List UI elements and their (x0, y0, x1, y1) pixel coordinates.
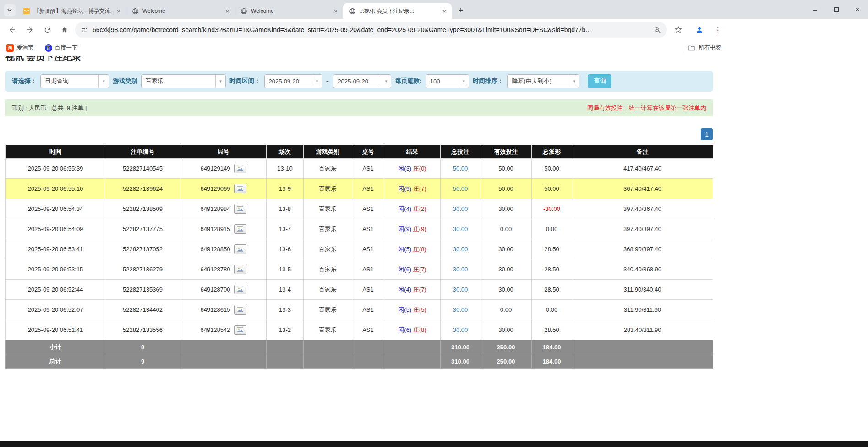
page-button[interactable]: 1 (701, 128, 713, 140)
session-cell: 13-6 (267, 239, 304, 259)
round-image-button[interactable] (234, 204, 246, 214)
tab-close-icon[interactable]: × (115, 7, 122, 15)
round-cell: 649128615 (180, 300, 267, 320)
url-bar[interactable]: 66cxkj98.com/game/betrecord_search/kind3… (75, 22, 667, 38)
browser-tab[interactable]: Welcome× (126, 3, 235, 19)
summary-left-text: 币别 : 人民币 | 总共 :9 注单 | (12, 104, 87, 112)
picture-icon (237, 247, 243, 252)
date-tilde: ~ (326, 78, 330, 85)
note-cell: 397.40/367.40 (572, 199, 713, 219)
summary-cell (180, 354, 267, 369)
close-button[interactable]: × (847, 0, 868, 19)
summary-right-text: 同局有效投注，统一计算在该局第一张注单内 (587, 104, 706, 112)
column-header: 总派彩 (532, 145, 572, 159)
filter-bar: 请选择： 日期查询 ▼ 游戏类别 百家乐 ▼ 时间区间： 2025-09-20 … (5, 71, 713, 92)
pagination: 1 (5, 128, 713, 140)
profile-icon (695, 25, 704, 34)
sort-select[interactable]: 降幂(由大到小) ▼ (507, 74, 579, 88)
time-cell: 2025-09-20 06:54:34 (6, 199, 105, 219)
tab-close-icon[interactable]: × (224, 7, 231, 15)
total-bet-cell[interactable]: 30.00 (441, 239, 480, 259)
profile-button[interactable] (692, 22, 707, 38)
bottom-bar (0, 441, 868, 447)
bookmark-item-baidu[interactable]: 百 百度一下 (45, 44, 78, 52)
payout-cell: 0.00 (532, 219, 572, 239)
valid-bet-cell: 30.00 (480, 239, 532, 259)
tab-close-icon[interactable]: × (332, 7, 339, 15)
session-cell: 13-2 (267, 320, 304, 340)
maximize-button[interactable] (826, 0, 847, 19)
valid-bet-cell: 30.00 (480, 259, 532, 280)
round-image-button[interactable] (234, 305, 246, 315)
browser-menu-button[interactable]: ⋮ (710, 22, 726, 38)
table-no-cell: AS1 (352, 280, 384, 300)
payout-cell: 28.50 (532, 259, 572, 280)
minimize-button[interactable]: – (805, 0, 826, 19)
new-tab-button[interactable]: + (454, 4, 467, 17)
table-no-cell: AS1 (352, 259, 384, 280)
forward-button[interactable] (22, 22, 38, 38)
total-bet-cell[interactable]: 30.00 (441, 300, 480, 320)
browser-tab-active[interactable]: :::视讯 会员下注纪录:::× (343, 3, 452, 19)
table-no-cell: AS1 (352, 239, 384, 259)
tab-bar: 【新提醒】海燕论坛 - 博学交流...×Welcome×Welcome×:::视… (0, 0, 868, 19)
back-button[interactable] (5, 22, 20, 38)
round-cell: 649128915 (180, 219, 267, 239)
round-image-button[interactable] (234, 224, 246, 234)
zoom-icon[interactable] (654, 26, 661, 34)
url-text[interactable]: 66cxkj98.com/game/betrecord_search/kind3… (93, 26, 649, 33)
game-type-cell: 百家乐 (304, 199, 352, 219)
round-image-button[interactable] (234, 244, 246, 254)
refresh-button[interactable] (39, 22, 55, 38)
session-cell: 13-10 (267, 159, 304, 179)
search-button[interactable]: 查询 (588, 74, 611, 88)
tab-search-button[interactable] (4, 4, 16, 16)
total-bet-cell[interactable]: 50.00 (441, 159, 480, 179)
date-start-select[interactable]: 2025-09-20 ▼ (264, 74, 322, 88)
total-bet-cell[interactable]: 30.00 (441, 280, 480, 300)
time-cell: 2025-09-20 06:52:07 (6, 300, 105, 320)
total-bet-cell[interactable]: 30.00 (441, 219, 480, 239)
total-bet-cell[interactable]: 30.00 (441, 320, 480, 340)
all-bookmarks-button[interactable]: 所有书签 (682, 44, 721, 52)
result-cell: 闲(4) 庄(2) (384, 199, 441, 219)
round-image-button[interactable] (234, 285, 246, 294)
home-button[interactable] (57, 22, 72, 38)
home-icon (60, 26, 69, 34)
table-row: 2025-09-20 06:52:44 522827135369 6491287… (6, 280, 713, 300)
round-image-button[interactable] (234, 325, 246, 335)
browser-tab[interactable]: Welcome× (235, 3, 343, 19)
tab-strip: 【新提醒】海燕论坛 - 博学交流...×Welcome×Welcome×:::视… (17, 3, 452, 19)
picture-icon (237, 226, 243, 232)
total-bet-cell[interactable]: 30.00 (441, 259, 480, 280)
query-type-select[interactable]: 日期查询 ▼ (40, 74, 109, 88)
total-bet-cell[interactable]: 30.00 (441, 199, 480, 219)
valid-bet-cell: 0.00 (480, 219, 532, 239)
total-valid-bet: 250.00 (480, 354, 532, 369)
round-image-button[interactable] (234, 265, 246, 274)
chevron-down-icon: ▼ (569, 75, 579, 88)
bookmark-star-button[interactable] (671, 22, 686, 38)
bookmark-item-taobao[interactable]: 淘 爱淘宝 (6, 44, 34, 52)
round-image-button[interactable] (234, 184, 246, 193)
sort-label: 时间排序： (473, 77, 504, 85)
round-cell: 649129069 (180, 179, 267, 199)
browser-tab[interactable]: 【新提醒】海燕论坛 - 博学交流...× (17, 3, 126, 19)
total-bet-cell[interactable]: 50.00 (441, 179, 480, 199)
bookmarks-bar: 淘 爱淘宝 百 百度一下 所有书签 (0, 41, 868, 55)
game-type-cell: 百家乐 (304, 300, 352, 320)
folder-icon (688, 44, 695, 52)
page-size-select[interactable]: 100 ▼ (426, 74, 469, 88)
time-cell: 2025-09-20 06:51:41 (6, 320, 105, 340)
menu-icon: ⋮ (714, 25, 722, 35)
tab-close-icon[interactable]: × (441, 7, 448, 15)
all-bookmarks-label: 所有书签 (699, 44, 721, 52)
time-cell: 2025-09-20 06:54:09 (6, 219, 105, 239)
result-cell: 闲(6) 庄(7) (384, 259, 441, 280)
session-cell: 13-7 (267, 219, 304, 239)
round-image-button[interactable] (234, 164, 246, 173)
bet-records-table: 时间注单编号局号场次游戏类别桌号结果总投注有效投注总派彩备注 2025-09-2… (5, 145, 713, 369)
game-type-cell: 百家乐 (304, 239, 352, 259)
game-type-select[interactable]: 百家乐 ▼ (141, 74, 226, 88)
date-end-select[interactable]: 2025-09-20 ▼ (333, 74, 391, 88)
